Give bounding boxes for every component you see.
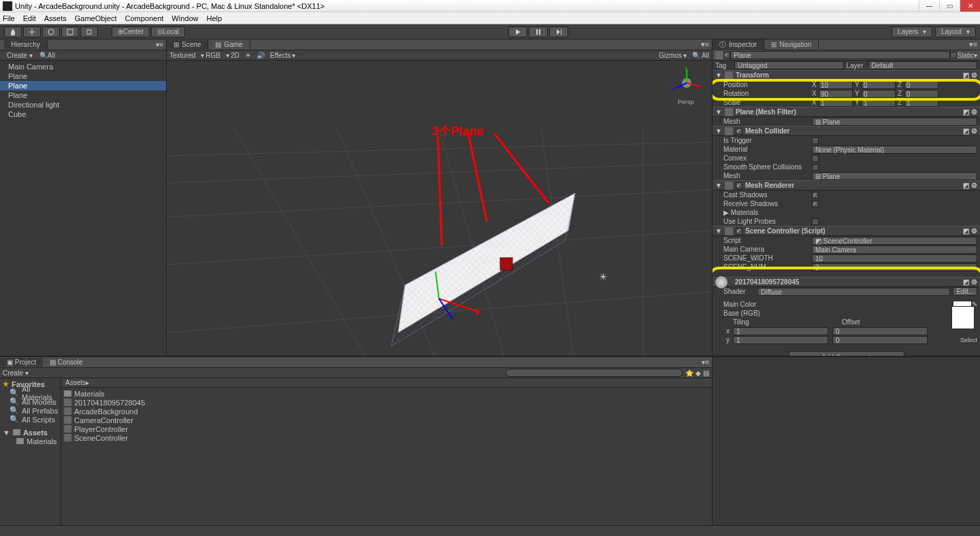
navigation-tab[interactable]: ⊞Navigation [764,40,819,49]
rotation-z-input[interactable]: 0 [904,90,938,98]
close-button[interactable]: ✕ [960,0,980,12]
hierarchy-tab[interactable]: Hierarchy [4,40,48,49]
menu-edit[interactable]: Edit [23,14,36,22]
hierarchy-item[interactable]: Plane [0,90,166,100]
menu-window[interactable]: Window [172,14,198,22]
meshfilter-component-header[interactable]: ▼ Plane (Mesh Filter)◩ ⚙ [713,107,980,117]
static-dropdown-icon[interactable]: ▾ [974,52,977,59]
physmat-field[interactable]: None (Physic Material) [812,146,977,154]
script-component-header[interactable]: ▼ Scene Controller (Script)◩ ⚙ [713,226,980,236]
active-checkbox[interactable] [723,52,730,58]
smooth-checkbox[interactable] [812,164,819,171]
hierarchy-item-selected[interactable]: Plane [0,81,166,90]
pause-button[interactable] [529,27,548,37]
offset-x-input[interactable]: 0 [832,327,928,335]
scale-y-input[interactable]: 1 [862,99,896,107]
shader-dropdown[interactable]: Diffuse [757,288,950,296]
layout-dropdown[interactable]: Layout▾ [935,27,976,37]
hierarchy-item[interactable]: Cube [0,110,166,119]
favorite-item[interactable]: 🔍All Models [0,397,61,406]
asset-item[interactable]: SceneController [61,433,712,442]
convex-checkbox[interactable] [812,155,819,162]
rgb-dropdown[interactable]: ▾ RGB [201,52,220,59]
meshcollider-component-header[interactable]: ▼ Mesh Collider◩ ⚙ [713,126,980,136]
static-checkbox[interactable] [950,52,957,58]
menu-component[interactable]: Component [125,14,163,22]
effects-dropdown[interactable]: Effects ▾ [270,52,295,59]
scenewidth-input[interactable]: 10 [812,254,977,263]
asset-item[interactable]: Materials [61,389,712,398]
select-texture-button[interactable]: Select [960,337,977,344]
tag-dropdown[interactable]: Untagged [734,61,844,69]
move-tool-button[interactable] [23,27,41,37]
minimize-button[interactable]: — [919,0,939,12]
shaded-dropdown[interactable]: Textured [169,52,195,59]
scene-tab[interactable]: ⊞Scene [167,40,208,49]
rotation-y-input[interactable]: 0 [862,90,896,98]
gizmos-dropdown[interactable]: Gizmos ▾ [659,52,687,59]
favorite-item[interactable]: 🔍All Materials [0,388,61,397]
2d-toggle[interactable]: ▾ 2D [226,52,240,59]
layer-dropdown[interactable]: Default [868,61,978,69]
assets-folder[interactable]: ▼Assets [0,428,61,437]
scene-search[interactable]: 🔍All [692,52,709,59]
castshadows-checkbox[interactable] [812,192,819,199]
hand-tool-button[interactable] [4,27,22,37]
collider-mesh-field[interactable]: ⊞ Plane [812,172,977,180]
position-x-input[interactable]: 10 [819,81,853,89]
hierarchy-item[interactable]: Plane [0,71,166,81]
scale-z-input[interactable]: 1 [904,99,938,107]
pivot-center-button[interactable]: ⊕ Center [112,27,150,37]
camera-ref-field[interactable]: Main Camera [812,246,977,254]
layers-dropdown[interactable]: Layers▾ [892,27,932,37]
project-search-input[interactable] [506,369,683,377]
step-button[interactable] [549,27,568,37]
transform-component-header[interactable]: ▼ Transform◩ ⚙ [713,70,980,80]
object-name-input[interactable]: Plane [730,51,950,59]
collider-enabled-checkbox[interactable] [736,128,742,135]
menu-file[interactable]: File [3,14,15,22]
asset-item[interactable]: CameraController [61,416,712,424]
lightprobes-checkbox[interactable] [812,218,819,225]
rotation-x-input[interactable]: 90 [819,90,853,98]
hierarchy-item[interactable]: Main Camera [0,62,166,71]
menu-help[interactable]: Help [206,14,222,22]
add-component-button[interactable]: Add Component [789,351,904,356]
favorite-item[interactable]: 🔍All Prefabs [0,406,61,415]
play-button[interactable] [508,27,527,37]
rotate-tool-button[interactable] [42,27,60,37]
materials-label[interactable]: ▶ Materials [723,209,812,216]
project-create-button[interactable]: Create ▾ [3,369,29,377]
inspector-tab[interactable]: ⓘInspector [713,39,764,50]
renderer-enabled-checkbox[interactable] [736,182,742,189]
audio-toggle[interactable]: 🔊 [257,52,265,59]
recvshadows-checkbox[interactable] [812,201,819,207]
game-tab[interactable]: ▤Game [208,40,250,49]
material-header[interactable]: 20170418095728045◩ ⚙ [713,277,980,287]
tiling-x-input[interactable]: 1 [733,327,828,335]
hierarchy-create-button[interactable]: Create ▾ [3,52,37,59]
mesh-field[interactable]: ⊞ Plane [812,118,977,126]
asset-item[interactable]: 20170418095728045 [61,398,712,407]
favorite-item[interactable]: 🔍All Scripts [0,415,61,424]
tiling-y-input[interactable]: 1 [733,336,828,344]
script-enabled-checkbox[interactable] [736,228,742,235]
asset-item[interactable]: PlayerController [61,424,712,433]
console-tab[interactable]: ▤ Console [43,358,89,367]
script-field[interactable]: ◩ SceneController [812,237,977,245]
rect-tool-button[interactable] [80,27,98,37]
panel-menu-icon[interactable]: ▾≡ [701,40,709,49]
search-filter-icons[interactable]: ⭐ ◆ ▤ [685,369,709,377]
scale-x-input[interactable]: 1 [819,99,853,107]
menu-assets[interactable]: Assets [44,14,67,22]
position-y-input[interactable]: 0 [862,81,896,89]
pivot-local-button[interactable]: ⊙ Local [151,27,185,37]
istrigger-checkbox[interactable] [812,137,819,144]
materials-folder[interactable]: Materials [0,437,61,446]
position-z-input[interactable]: 0 [904,81,938,89]
menu-gameobject[interactable]: GameObject [75,14,117,22]
panel-menu-icon[interactable]: ▾≡ [969,40,977,49]
scene-gizmo[interactable]: y x z Persp [670,66,704,100]
scenenum-input[interactable]: 3 [812,263,977,271]
panel-menu-icon[interactable]: ▾≡ [156,41,163,48]
